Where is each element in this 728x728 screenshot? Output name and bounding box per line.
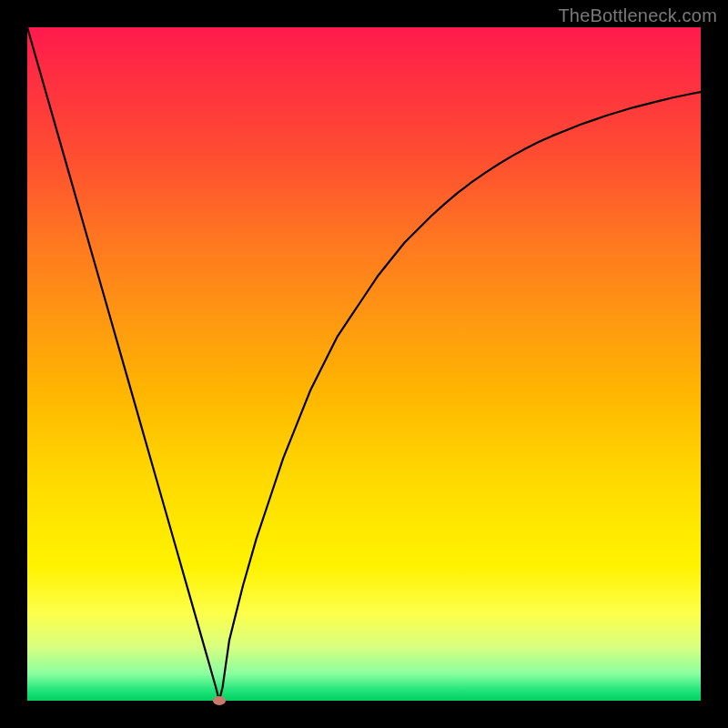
minimum-marker bbox=[213, 696, 226, 705]
chart-stage: TheBottleneck.com bbox=[0, 0, 728, 728]
plot-area bbox=[27, 27, 701, 701]
bottleneck-curve bbox=[27, 27, 701, 701]
watermark-text: TheBottleneck.com bbox=[558, 5, 717, 26]
